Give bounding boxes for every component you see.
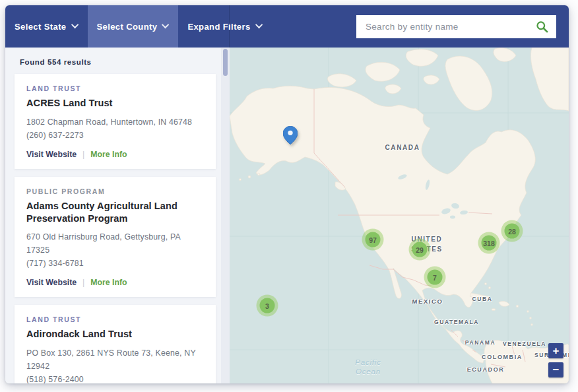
map-label-cuba: CUBA — [472, 295, 493, 303]
result-links: Visit Website | More Info — [26, 150, 204, 159]
map-base-layer — [230, 48, 569, 383]
top-navigation-bar: Select State Select County Expand Filter… — [5, 5, 569, 48]
filter-label: Select State — [15, 22, 67, 32]
chevron-down-icon — [71, 20, 78, 28]
map-cluster-3[interactable]: 3 — [260, 298, 275, 313]
result-name: Adams County Agricultural Land Preservat… — [26, 200, 204, 225]
result-card[interactable]: PUBLIC PROGRAM Adams County Agricultural… — [15, 177, 216, 297]
map-label-colombia: COLOMBIA — [482, 353, 523, 362]
zoom-out-button[interactable]: − — [548, 362, 563, 377]
result-phone: (518) 576-2400 — [26, 374, 204, 383]
result-name: ACRES Land Trust — [26, 97, 204, 110]
more-info-link[interactable]: More Info — [90, 278, 127, 287]
map-label-panama: PANAMA — [465, 339, 496, 346]
map-cluster-7[interactable]: 7 — [428, 270, 443, 285]
map-label-mexico: MEXICO — [412, 297, 443, 306]
result-name: Adirondack Land Trust — [26, 328, 204, 341]
map-zoom-controls: + − — [548, 343, 563, 377]
result-card[interactable]: LAND TRUST ACRES Land Trust 1802 Chapman… — [15, 74, 216, 169]
search-input[interactable] — [356, 15, 556, 38]
result-phone: (717) 334-6781 — [26, 257, 204, 271]
results-sidebar: Found 554 results LAND TRUST ACRES Land … — [5, 48, 230, 383]
filter-dropdown-select-county[interactable]: Select County — [88, 5, 179, 48]
map-label-venezuela: VENEZUELA — [503, 340, 546, 348]
result-category: PUBLIC PROGRAM — [26, 187, 204, 195]
map-canvas[interactable]: CANADAUNITED STATESMEXICOCUBAGUATEMALAPA… — [230, 48, 569, 383]
map-cluster-28[interactable]: 28 — [505, 224, 520, 239]
search-area — [230, 5, 569, 48]
scrollbar-thumb[interactable] — [223, 49, 228, 76]
more-info-link[interactable]: More Info — [90, 150, 127, 159]
result-category: LAND TRUST — [26, 315, 204, 323]
chevron-down-icon — [162, 20, 169, 28]
app-window: Select State Select County Expand Filter… — [5, 5, 569, 383]
sidebar-scrollbar[interactable] — [221, 48, 230, 383]
results-list: LAND TRUST ACRES Land Trust 1802 Chapman… — [15, 74, 230, 383]
map-cluster-97[interactable]: 97 — [366, 232, 381, 247]
filters-bar: Select State Select County Expand Filter… — [5, 5, 230, 48]
visit-website-link[interactable]: Visit Website — [26, 278, 77, 287]
map-cluster-29[interactable]: 29 — [412, 242, 428, 257]
map-pin-alaska[interactable] — [283, 126, 298, 145]
pacific-ocean-label: Pacific Ocean — [355, 358, 381, 377]
map-cluster-318[interactable]: 318 — [482, 236, 497, 251]
search-box — [356, 15, 556, 38]
result-address: 1802 Chapman Road, Huntertown, IN 46748 — [26, 116, 204, 129]
filter-label: Select County — [97, 22, 158, 32]
search-icon[interactable] — [536, 20, 548, 33]
visit-website-link[interactable]: Visit Website — [26, 150, 77, 159]
result-address: 670 Old Harrisburg Road, Gettysburg, PA … — [26, 231, 204, 257]
map-label-ecuador: ECUADOR — [467, 366, 505, 374]
map-label-guatemala: GUATEMALA — [434, 318, 479, 326]
result-card[interactable]: LAND TRUST Adirondack Land Trust PO Box … — [15, 305, 216, 383]
result-address: PO Box 130, 2861 NYS Route 73, Keene, NY… — [26, 347, 204, 374]
zoom-in-button[interactable]: + — [548, 343, 563, 358]
filter-dropdown-select-state[interactable]: Select State — [5, 5, 88, 48]
link-divider: | — [82, 278, 84, 287]
result-links: Visit Website | More Info — [26, 278, 204, 287]
link-divider: | — [82, 150, 84, 159]
result-category: LAND TRUST — [26, 84, 204, 92]
map-label-canada: CANADA — [385, 143, 420, 153]
result-phone: (260) 637-2273 — [26, 129, 204, 143]
results-count: Found 554 results — [20, 58, 230, 66]
map-label-peru: PERU — [487, 382, 509, 383]
